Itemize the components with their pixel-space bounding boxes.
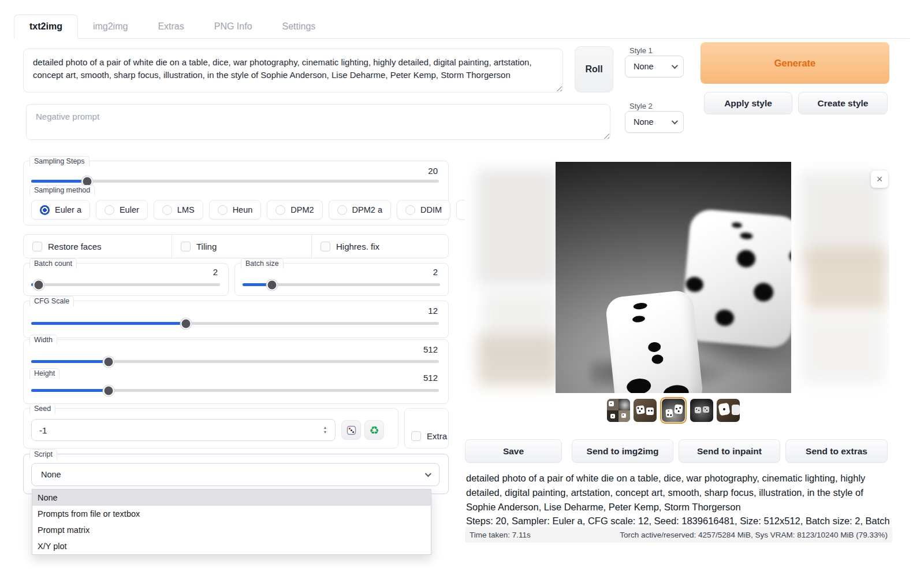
chevron-down-icon (425, 470, 431, 477)
style2-select[interactable]: None (625, 111, 684, 133)
prompt-input[interactable]: detailed photo of a pair of white die on… (23, 49, 563, 92)
tab-extras[interactable]: Extras (143, 15, 199, 38)
blurred-preview (801, 314, 885, 383)
dimensions-group: Width 512 Height 512 (23, 339, 449, 404)
generated-image[interactable] (556, 162, 791, 393)
seed-input[interactable]: -1 ▲ ▼ (31, 419, 336, 441)
die-pip (715, 309, 735, 327)
blurred-preview (806, 247, 886, 311)
tab-png-info[interactable]: PNG Info (199, 15, 267, 38)
save-button[interactable]: Save (465, 439, 562, 463)
sampler-label: Euler a (55, 205, 81, 214)
script-option-prompts-from-file[interactable]: Prompts from file or textbox (32, 506, 431, 522)
radio-selected-icon (40, 205, 50, 215)
sampler-euler-a[interactable]: Euler a (31, 200, 90, 220)
send-to-extras-button[interactable]: Send to extras (785, 439, 888, 463)
radio-icon (275, 205, 285, 215)
sampler-lms[interactable]: LMS (154, 200, 203, 220)
restore-faces-checkbox[interactable] (32, 242, 42, 251)
radio-icon (337, 205, 347, 215)
highres-fix-checkbox[interactable] (321, 242, 330, 251)
spinner-down-icon[interactable]: ▼ (323, 430, 327, 435)
generate-button[interactable]: Generate (701, 42, 889, 84)
sampling-method-label: Sampling method (29, 185, 95, 195)
spinner-up-icon[interactable]: ▲ (323, 425, 327, 430)
chevron-down-icon (672, 62, 678, 69)
send-to-img2img-button[interactable]: Send to img2img (572, 439, 673, 463)
sampler-label: LMS (177, 205, 195, 214)
radio-icon (405, 205, 415, 215)
sampler-dpm2[interactable]: DPM2 (267, 200, 322, 220)
cfg-scale-slider[interactable] (31, 322, 439, 325)
negative-prompt-input[interactable] (26, 104, 610, 140)
die-pip (732, 222, 743, 228)
tiling-label: Tiling (196, 242, 217, 251)
width-slider-knob[interactable] (103, 356, 114, 367)
batch-count-slider-knob[interactable] (33, 279, 44, 290)
die-left (605, 290, 704, 393)
apply-style-button[interactable]: Apply style (704, 92, 792, 114)
performance-bar: Time taken: 7.11s Torch active/reserved:… (465, 527, 892, 543)
restore-faces-option[interactable]: Restore faces (24, 235, 172, 258)
sampler-label: DPM2 a (352, 205, 382, 214)
recycle-icon: ♻ (369, 425, 379, 436)
seed-value: -1 (39, 425, 47, 435)
gallery-thumbnail-selected[interactable] (660, 397, 687, 424)
tab-img2img[interactable]: img2img (78, 15, 143, 38)
sampler-heun[interactable]: Heun (209, 200, 262, 220)
script-option-none[interactable]: None (32, 490, 431, 506)
highres-fix-label: Highres. fix (336, 242, 379, 251)
create-style-button[interactable]: Create style (798, 92, 888, 114)
script-option-xy-plot[interactable]: X/Y plot (32, 538, 431, 554)
sampler-dpm2-a[interactable]: DPM2 a (329, 200, 391, 220)
reuse-seed-button[interactable]: ♻ (364, 420, 384, 440)
die-pip (662, 384, 690, 393)
highres-fix-option[interactable]: Highres. fix (311, 235, 448, 258)
gallery-thumbnail[interactable] (607, 399, 630, 422)
tab-txt2img[interactable]: txt2img (14, 14, 78, 39)
script-group: Script None (23, 454, 449, 494)
style2-value: None (634, 117, 654, 127)
die-pip (632, 315, 645, 323)
script-select[interactable]: None (31, 463, 439, 486)
sampler-label: Heun (233, 205, 253, 214)
height-label: Height (29, 368, 59, 379)
width-slider[interactable] (31, 360, 439, 363)
radio-icon (218, 205, 228, 215)
gallery-thumbnails (556, 397, 791, 424)
sampler-ddim[interactable]: DDIM (397, 200, 450, 220)
restore-faces-label: Restore faces (48, 242, 102, 251)
sampling-steps-slider[interactable] (31, 180, 439, 183)
height-slider-knob[interactable] (103, 385, 114, 396)
extra-option[interactable]: Extra (405, 409, 448, 448)
gallery-thumbnail[interactable] (717, 399, 740, 422)
sampler-label: Euler (120, 205, 139, 214)
close-gallery-button[interactable]: × (871, 171, 888, 188)
gallery-thumbnail[interactable] (690, 399, 713, 422)
tiling-option[interactable]: Tiling (172, 235, 311, 258)
random-seed-button[interactable] (341, 420, 361, 440)
roll-button[interactable]: Roll (575, 46, 613, 92)
height-slider[interactable] (31, 389, 439, 392)
seed-spinner[interactable]: ▲ ▼ (318, 422, 333, 438)
batch-count-slider[interactable] (31, 283, 220, 286)
tiling-checkbox[interactable] (181, 242, 191, 251)
script-label: Script (29, 449, 57, 460)
style1-select[interactable]: None (625, 55, 684, 77)
close-icon: × (877, 173, 883, 186)
seed-group: Seed -1 ▲ ▼ ♻ (23, 408, 398, 449)
tab-settings[interactable]: Settings (267, 15, 331, 38)
send-to-inpaint-button[interactable]: Send to inpaint (679, 439, 780, 463)
sampler-euler[interactable]: Euler (96, 200, 148, 220)
script-option-prompt-matrix[interactable]: Prompt matrix (32, 522, 431, 538)
batch-size-slider[interactable] (243, 283, 440, 286)
cfg-scale-slider-knob[interactable] (181, 318, 192, 329)
txt2img-app: txt2img img2img Extras PNG Info Settings… (0, 0, 924, 578)
batch-count-label: Batch count (29, 258, 77, 269)
extra-checkbox[interactable] (411, 431, 421, 441)
batch-size-slider-knob[interactable] (267, 279, 278, 290)
seed-label: Seed (29, 403, 55, 414)
cfg-scale-value: 12 (428, 306, 438, 316)
style1-label: Style 1 (629, 46, 653, 55)
gallery-thumbnail[interactable] (634, 399, 657, 422)
